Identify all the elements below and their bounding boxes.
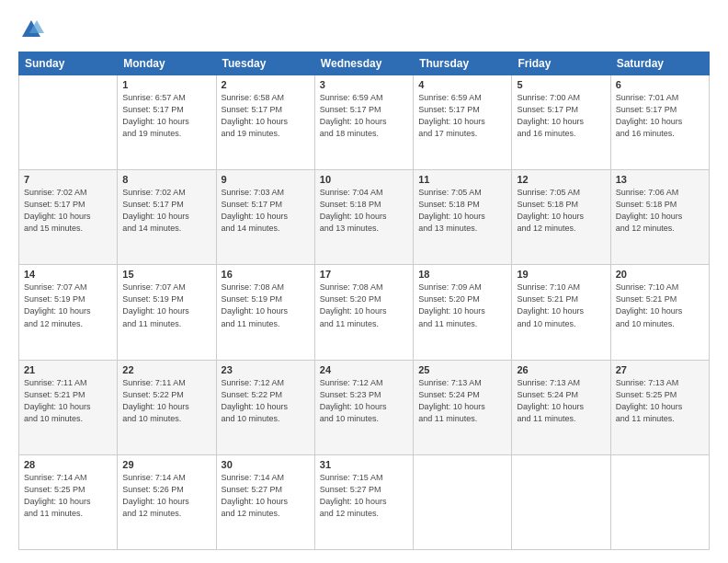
day-info: Sunrise: 7:05 AM Sunset: 5:18 PM Dayligh… [418,187,506,235]
header [18,17,710,42]
day-info: Sunrise: 6:58 AM Sunset: 5:17 PM Dayligh… [222,92,310,140]
day-info: Sunrise: 6:57 AM Sunset: 5:17 PM Dayligh… [122,92,210,140]
calendar-cell: 24Sunrise: 7:12 AM Sunset: 5:23 PM Dayli… [314,360,413,454]
day-number: 1 [122,79,210,90]
day-info: Sunrise: 7:07 AM Sunset: 5:19 PM Dayligh… [24,282,112,329]
calendar-cell: 27Sunrise: 7:13 AM Sunset: 5:25 PM Dayli… [610,360,709,454]
calendar-week-row: 7Sunrise: 7:02 AM Sunset: 5:17 PM Daylig… [19,170,710,265]
calendar-week-row: 21Sunrise: 7:11 AM Sunset: 5:21 PM Dayli… [19,360,710,454]
calendar-cell: 1Sunrise: 6:57 AM Sunset: 5:17 PM Daylig… [118,75,216,170]
calendar-cell: 15Sunrise: 7:07 AM Sunset: 5:19 PM Dayli… [118,265,216,360]
calendar-cell: 31Sunrise: 7:15 AM Sunset: 5:27 PM Dayli… [314,454,413,549]
day-info: Sunrise: 7:06 AM Sunset: 5:18 PM Dayligh… [616,187,704,235]
day-info: Sunrise: 7:14 AM Sunset: 5:26 PM Dayligh… [122,472,210,520]
calendar-cell: 26Sunrise: 7:13 AM Sunset: 5:24 PM Dayli… [512,360,610,454]
weekday-header-thursday: Thursday [414,52,512,75]
calendar-cell: 9Sunrise: 7:03 AM Sunset: 5:17 PM Daylig… [216,170,314,265]
day-number: 6 [616,79,704,90]
day-number: 11 [418,174,506,185]
day-number: 14 [24,269,112,280]
weekday-header-tuesday: Tuesday [216,52,314,75]
day-number: 21 [24,364,112,375]
day-info: Sunrise: 7:14 AM Sunset: 5:25 PM Dayligh… [24,472,112,520]
calendar-cell: 13Sunrise: 7:06 AM Sunset: 5:18 PM Dayli… [610,170,709,265]
day-number: 27 [616,364,704,375]
day-info: Sunrise: 7:12 AM Sunset: 5:23 PM Dayligh… [320,377,408,425]
calendar-week-row: 14Sunrise: 7:07 AM Sunset: 5:19 PM Dayli… [19,265,710,360]
calendar-cell: 2Sunrise: 6:58 AM Sunset: 5:17 PM Daylig… [216,75,314,170]
calendar-cell: 7Sunrise: 7:02 AM Sunset: 5:17 PM Daylig… [19,170,118,265]
day-number: 29 [122,459,210,470]
day-info: Sunrise: 7:08 AM Sunset: 5:20 PM Dayligh… [320,282,408,329]
day-info: Sunrise: 7:10 AM Sunset: 5:21 PM Dayligh… [517,282,605,329]
day-number: 16 [222,269,310,280]
calendar-cell: 25Sunrise: 7:13 AM Sunset: 5:24 PM Dayli… [414,360,512,454]
calendar-cell: 22Sunrise: 7:11 AM Sunset: 5:22 PM Dayli… [118,360,216,454]
day-number: 10 [320,174,408,185]
day-number: 31 [320,459,408,470]
weekday-header-row: SundayMondayTuesdayWednesdayThursdayFrid… [19,52,710,75]
calendar-cell: 21Sunrise: 7:11 AM Sunset: 5:21 PM Dayli… [19,360,118,454]
day-number: 19 [517,269,605,280]
day-number: 4 [418,79,506,90]
calendar-cell: 12Sunrise: 7:05 AM Sunset: 5:18 PM Dayli… [512,170,610,265]
weekday-header-saturday: Saturday [610,52,709,75]
day-info: Sunrise: 7:00 AM Sunset: 5:17 PM Dayligh… [517,92,605,140]
calendar-cell: 28Sunrise: 7:14 AM Sunset: 5:25 PM Dayli… [19,454,118,549]
calendar-cell: 20Sunrise: 7:10 AM Sunset: 5:21 PM Dayli… [610,265,709,360]
day-info: Sunrise: 6:59 AM Sunset: 5:17 PM Dayligh… [418,92,506,140]
day-info: Sunrise: 7:15 AM Sunset: 5:27 PM Dayligh… [320,472,408,520]
weekday-header-friday: Friday [512,52,610,75]
calendar-cell: 6Sunrise: 7:01 AM Sunset: 5:17 PM Daylig… [610,75,709,170]
day-number: 9 [222,174,310,185]
calendar-cell: 17Sunrise: 7:08 AM Sunset: 5:20 PM Dayli… [314,265,413,360]
page: SundayMondayTuesdayWednesdayThursdayFrid… [0,0,728,563]
calendar-cell: 3Sunrise: 6:59 AM Sunset: 5:17 PM Daylig… [314,75,413,170]
day-number: 3 [320,79,408,90]
calendar-cell: 16Sunrise: 7:08 AM Sunset: 5:19 PM Dayli… [216,265,314,360]
day-info: Sunrise: 7:10 AM Sunset: 5:21 PM Dayligh… [616,282,704,329]
day-number: 8 [122,174,210,185]
day-number: 24 [320,364,408,375]
day-info: Sunrise: 7:04 AM Sunset: 5:18 PM Dayligh… [320,187,408,235]
calendar-cell: 18Sunrise: 7:09 AM Sunset: 5:20 PM Dayli… [414,265,512,360]
day-number: 22 [122,364,210,375]
calendar-cell [19,75,118,170]
day-number: 2 [222,79,310,90]
calendar-cell [414,454,512,549]
logo [18,17,48,42]
day-info: Sunrise: 7:13 AM Sunset: 5:24 PM Dayligh… [418,377,506,425]
day-number: 7 [24,174,112,185]
calendar-cell: 23Sunrise: 7:12 AM Sunset: 5:22 PM Dayli… [216,360,314,454]
calendar-cell [512,454,610,549]
day-number: 25 [418,364,506,375]
day-number: 5 [517,79,605,90]
day-number: 20 [616,269,704,280]
calendar-cell: 30Sunrise: 7:14 AM Sunset: 5:27 PM Dayli… [216,454,314,549]
calendar-week-row: 1Sunrise: 6:57 AM Sunset: 5:17 PM Daylig… [19,75,710,170]
day-number: 23 [222,364,310,375]
day-info: Sunrise: 7:01 AM Sunset: 5:17 PM Dayligh… [616,92,704,140]
day-info: Sunrise: 7:11 AM Sunset: 5:22 PM Dayligh… [122,377,210,425]
day-info: Sunrise: 7:13 AM Sunset: 5:25 PM Dayligh… [616,377,704,425]
calendar-cell: 8Sunrise: 7:02 AM Sunset: 5:17 PM Daylig… [118,170,216,265]
day-number: 17 [320,269,408,280]
day-info: Sunrise: 7:03 AM Sunset: 5:17 PM Dayligh… [222,187,310,235]
weekday-header-sunday: Sunday [19,52,118,75]
day-number: 26 [517,364,605,375]
calendar-cell: 10Sunrise: 7:04 AM Sunset: 5:18 PM Dayli… [314,170,413,265]
day-info: Sunrise: 7:11 AM Sunset: 5:21 PM Dayligh… [24,377,112,425]
day-info: Sunrise: 6:59 AM Sunset: 5:17 PM Dayligh… [320,92,408,140]
day-number: 12 [517,174,605,185]
day-number: 30 [222,459,310,470]
day-info: Sunrise: 7:08 AM Sunset: 5:19 PM Dayligh… [222,282,310,329]
calendar-cell [610,454,709,549]
calendar-cell: 5Sunrise: 7:00 AM Sunset: 5:17 PM Daylig… [512,75,610,170]
calendar-cell: 14Sunrise: 7:07 AM Sunset: 5:19 PM Dayli… [19,265,118,360]
logo-icon [18,17,44,42]
day-number: 15 [122,269,210,280]
calendar-cell: 19Sunrise: 7:10 AM Sunset: 5:21 PM Dayli… [512,265,610,360]
calendar-cell: 11Sunrise: 7:05 AM Sunset: 5:18 PM Dayli… [414,170,512,265]
day-number: 18 [418,269,506,280]
day-number: 28 [24,459,112,470]
